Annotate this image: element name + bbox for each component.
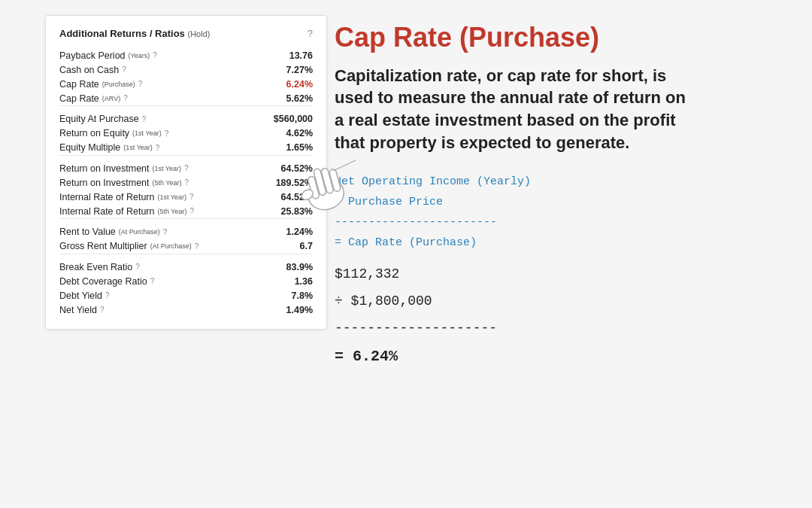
row-value-cell: 1.65%	[257, 141, 313, 156]
row-label: Return on Investment (5th Year) ?	[59, 178, 257, 188]
row-help-icon[interactable]: ?	[195, 242, 199, 251]
row-sup: (At Purchase)	[150, 242, 192, 250]
row-help-icon[interactable]: ?	[135, 263, 140, 271]
formula-line2: ÷ Purchase Price	[335, 192, 767, 212]
table-row: Cap Rate (Purchase) ? 6.24%	[59, 77, 313, 91]
row-label: Cash on Cash ?	[59, 65, 257, 75]
row-label-text: Return on Investment	[59, 178, 150, 188]
row-help-icon[interactable]: ?	[189, 193, 194, 201]
row-label-text: Cash on Cash	[59, 65, 119, 75]
row-label: Return on Investment (1st Year) ?	[59, 163, 257, 174]
row-label: Cap Rate (Purchase) ?	[59, 79, 257, 90]
row-label-text: Debt Yield	[59, 291, 102, 301]
row-help-icon[interactable]: ?	[165, 129, 169, 138]
row-value-cell: 7.27%	[257, 62, 313, 77]
panel-title-text: Additional Returns / Ratios	[59, 28, 185, 39]
row-value-cell: 25.83%	[257, 204, 313, 219]
row-help-icon[interactable]: ?	[156, 144, 160, 152]
row-label-text: Payback Period	[59, 50, 126, 61]
hold-label: (Hold)	[187, 29, 210, 38]
row-value-cell: 5.62%	[257, 91, 313, 106]
example-divider: --------------------	[335, 315, 767, 342]
row-label-cell: Gross Rent Multiplier (At Purchase) ?	[59, 239, 257, 254]
formula-divider: ------------------------	[335, 212, 767, 233]
row-sup: (Purchase)	[102, 81, 135, 88]
row-sup: (1st Year)	[123, 144, 153, 151]
row-value-cell: 189.52%	[257, 175, 313, 190]
table-row: Return on Investment (1st Year) ? 64.52%	[59, 161, 313, 175]
table-row: Debt Yield ? 7.8%	[59, 288, 313, 303]
row-value-cell: 64.52%	[257, 161, 313, 175]
row-help-icon[interactable]: ?	[123, 94, 128, 102]
row-label: Break Even Ratio ?	[59, 262, 257, 272]
panel-header: Additional Returns / Ratios (Hold) ?	[59, 28, 313, 39]
row-help-icon[interactable]: ?	[138, 80, 143, 88]
row-value-cell: 7.8%	[257, 288, 313, 303]
row-label: Return on Equity (1st Year) ?	[59, 128, 257, 138]
row-label: Internal Rate of Return (5th Year) ?	[59, 206, 257, 217]
row-label: Equity Multiple (1st Year) ?	[59, 142, 257, 153]
row-help-icon[interactable]: ?	[190, 207, 195, 215]
row-sup: (1st Year)	[153, 165, 182, 172]
row-label-cell: Net Yield ?	[59, 303, 257, 317]
row-value-cell: 1.36	[257, 274, 313, 288]
metrics-table: Payback Period (Years) ? 13.76 Cash on C…	[59, 48, 313, 317]
row-label-cell: Return on Equity (1st Year) ?	[59, 126, 257, 141]
table-row: Net Yield ? 1.49%	[59, 303, 313, 317]
left-panel: Additional Returns / Ratios (Hold) ? Pay…	[45, 15, 327, 330]
row-value-cell: 1.24%	[257, 225, 313, 239]
row-label-text: Debt Coverage Ratio	[59, 276, 147, 287]
row-sup: (At Purchase)	[119, 228, 160, 236]
example-result: = 6.24%	[335, 342, 767, 372]
row-label-cell: Return on Investment (1st Year) ?	[59, 161, 257, 175]
row-label-cell: Internal Rate of Return (5th Year) ?	[59, 204, 257, 219]
row-label-text: Internal Rate of Return	[59, 206, 154, 217]
row-label: Internal Rate of Return (1st Year) ?	[59, 192, 257, 202]
table-row: Equity Multiple (1st Year) ? 1.65%	[59, 141, 313, 156]
table-row: Payback Period (Years) ? 13.76	[59, 48, 313, 62]
row-help-icon[interactable]: ?	[122, 65, 126, 74]
row-label-cell: Cash on Cash ?	[59, 62, 257, 77]
table-row: Internal Rate of Return (5th Year) ? 25.…	[59, 204, 313, 219]
row-label-cell: Cap Rate (ARV) ?	[59, 91, 257, 106]
row-sup: (5th Year)	[157, 208, 186, 215]
formula-result-line: = Cap Rate (Purchase)	[335, 233, 767, 253]
row-value-cell: 4.62%	[257, 126, 313, 141]
row-sup: (1st Year)	[132, 129, 162, 137]
row-label-text: Equity Multiple	[59, 142, 120, 153]
row-value-cell: 1.49%	[257, 303, 313, 317]
row-help-icon[interactable]: ?	[100, 306, 105, 314]
row-label: Cap Rate (ARV) ?	[59, 93, 257, 104]
table-row: Return on Equity (1st Year) ? 4.62%	[59, 126, 313, 141]
row-help-icon[interactable]: ?	[150, 277, 155, 285]
row-help-icon[interactable]: ?	[184, 164, 189, 172]
row-label-text: Return on Equity	[59, 128, 129, 138]
row-help-icon[interactable]: ?	[105, 291, 110, 300]
row-value-cell: $560,000	[257, 112, 313, 126]
row-label: Debt Coverage Ratio ?	[59, 276, 257, 287]
row-value-cell: 13.76	[257, 48, 313, 62]
right-panel: Cap Rate (Purchase) Capitalization rate,…	[327, 15, 767, 372]
row-label-cell: Payback Period (Years) ?	[59, 48, 257, 62]
row-label-cell: Equity At Purchase ?	[59, 112, 257, 126]
row-label: Rent to Value (At Purchase) ?	[59, 227, 257, 237]
row-label: Net Yield ?	[59, 305, 257, 315]
right-title: Cap Rate (Purchase)	[335, 23, 767, 53]
formula-block: Net Operating Income (Yearly) ÷ Purchase…	[335, 172, 767, 253]
row-label-cell: Internal Rate of Return (1st Year) ?	[59, 190, 257, 204]
row-help-icon[interactable]: ?	[153, 51, 157, 59]
table-row: Equity At Purchase ? $560,000	[59, 112, 313, 126]
row-label-text: Equity At Purchase	[59, 114, 139, 124]
row-sup: (Years)	[129, 52, 150, 59]
panel-title: Additional Returns / Ratios (Hold)	[59, 28, 210, 39]
row-sup: (ARV)	[102, 95, 120, 102]
panel-help-icon[interactable]: ?	[308, 28, 313, 39]
row-help-icon[interactable]: ?	[163, 228, 168, 236]
row-help-icon[interactable]: ?	[142, 115, 147, 123]
row-label-cell: Debt Yield ?	[59, 288, 257, 303]
row-label-cell: Equity Multiple (1st Year) ?	[59, 141, 257, 156]
example-line2: ÷ $1,800,000	[335, 287, 767, 315]
row-label-text: Break Even Ratio	[59, 262, 132, 272]
row-help-icon[interactable]: ?	[185, 178, 189, 187]
row-sup: (5th Year)	[153, 179, 182, 187]
